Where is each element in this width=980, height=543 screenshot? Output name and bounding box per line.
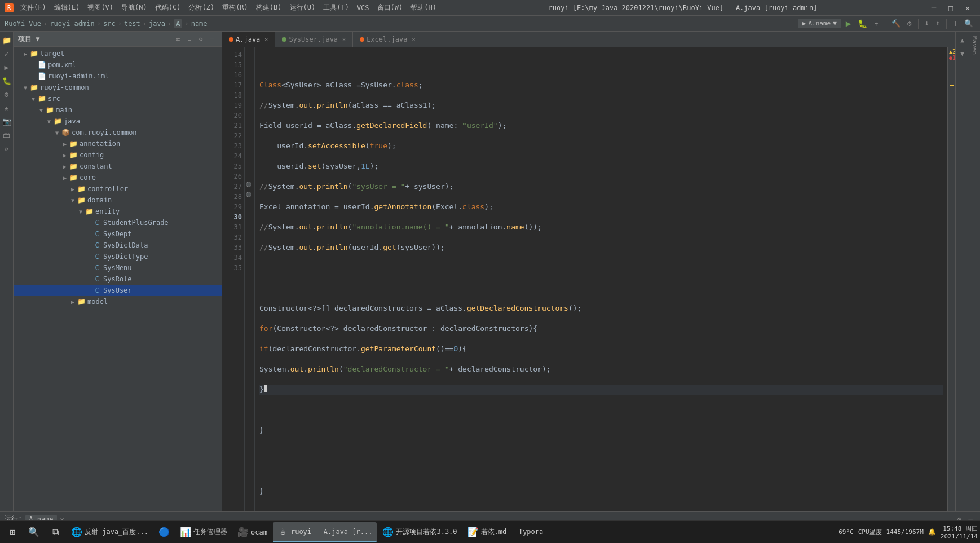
right-sidebar-scroll-down[interactable]: ▼ — [956, 47, 969, 60]
tree-item-pom[interactable]: ▶ 📄 pom.xml — [14, 59, 222, 70]
sidebar-camera-icon[interactable]: 📷 — [1, 115, 13, 127]
tree-arrow-ruoyi-common[interactable]: ▼ — [21, 85, 29, 91]
tree-arrow-src[interactable]: ▼ — [29, 96, 37, 102]
breadcrumb-ruoyi-admin[interactable]: ruoyi-admin — [50, 20, 94, 28]
vcs-push[interactable]: ⬆ — [933, 18, 942, 29]
minimize-button[interactable]: ─ — [926, 2, 942, 14]
tab-sysuser-java[interactable]: SysUser.java ✕ — [275, 32, 353, 47]
tree-item-controller[interactable]: ▶ 📁 controller — [14, 183, 222, 195]
sidebar-project-icon[interactable]: 📁 — [1, 34, 13, 46]
sidebar-database-icon[interactable]: 🗃 — [1, 129, 13, 141]
tree-arrow-target[interactable]: ▶ — [21, 51, 29, 57]
tree-item-sysdicttype[interactable]: ▶ C SysDictType — [14, 251, 222, 262]
tree-arrow-annotation[interactable]: ▶ — [61, 141, 69, 147]
tree-item-target[interactable]: ▶ 📁 target — [14, 48, 222, 59]
sidebar-favorites-icon[interactable]: ★ — [1, 101, 13, 114]
panel-collapse-icon[interactable]: ≡ — [184, 34, 195, 44]
panel-sync-icon[interactable]: ⇄ — [173, 34, 183, 44]
tree-item-model[interactable]: ▶ 📁 model — [14, 296, 222, 307]
taskbar-edge[interactable]: 🔵 — [154, 522, 174, 542]
menu-refactor[interactable]: 重构(R) — [219, 2, 251, 14]
maven-label[interactable]: Maven — [971, 36, 978, 55]
tree-item-core[interactable]: ▶ 📁 core — [14, 172, 222, 183]
memory-status[interactable]: 1445/1967M — [886, 528, 924, 536]
tab-close-excel[interactable]: ✕ — [412, 36, 415, 42]
menu-run[interactable]: 运行(U) — [286, 2, 319, 14]
menu-help[interactable]: 帮助(H) — [407, 2, 440, 14]
breadcrumb-ruoyi-vue[interactable]: RuoYi-Vue — [5, 20, 41, 28]
sidebar-debug-icon[interactable]: 🐛 — [1, 74, 13, 87]
menu-build[interactable]: 构建(B) — [253, 2, 285, 14]
cpu-label-status[interactable]: CPU温度 — [858, 528, 882, 536]
tree-arrow-constant[interactable]: ▶ — [61, 164, 69, 170]
tree-item-main[interactable]: ▼ 📁 main — [14, 104, 222, 116]
tree-item-entity[interactable]: ▼ 📁 entity — [14, 206, 222, 217]
gutter-icon-28[interactable] — [245, 189, 253, 200]
tree-item-sysrole[interactable]: ▶ C SysRole — [14, 273, 222, 285]
tree-item-java[interactable]: ▼ 📁 java — [14, 116, 222, 127]
taskbar-typora[interactable]: 📝 若依.md – Typora — [463, 522, 548, 542]
tree-arrow-config[interactable]: ▶ — [61, 152, 69, 158]
tab-a-java[interactable]: A.java ✕ — [222, 32, 275, 47]
sidebar-commit-icon[interactable]: ✓ — [1, 47, 13, 60]
more-button[interactable]: ⚙ — [905, 18, 914, 29]
tree-arrow-java[interactable]: ▼ — [45, 118, 53, 125]
menu-file[interactable]: 文件(F) — [17, 2, 50, 14]
tree-arrow-entity[interactable]: ▼ — [77, 209, 85, 215]
maximize-button[interactable]: □ — [943, 2, 959, 14]
breadcrumb-src[interactable]: src — [103, 20, 116, 28]
tree-item-config[interactable]: ▶ 📁 config — [14, 149, 222, 161]
tree-item-src[interactable]: ▼ 📁 src — [14, 93, 222, 104]
sidebar-structure-icon[interactable]: ⚙ — [1, 88, 13, 100]
panel-close-icon[interactable]: ─ — [207, 34, 217, 44]
breadcrumb-test[interactable]: test — [124, 20, 140, 28]
tab-close-a-java[interactable]: ✕ — [264, 36, 268, 42]
gutter-icon-27[interactable] — [245, 179, 253, 189]
panel-settings-icon[interactable]: ⚙ — [196, 34, 206, 44]
taskbar-taskmanager[interactable]: 📊 任务管理器 — [175, 522, 232, 542]
search-button[interactable]: 🔍 — [24, 522, 44, 542]
menu-window[interactable]: 窗口(W) — [374, 2, 407, 14]
tree-item-package[interactable]: ▼ 📦 com.ruoyi.common — [14, 127, 222, 138]
menu-vcs[interactable]: VCS — [354, 3, 373, 13]
debug-button[interactable]: 🐛 — [855, 18, 869, 29]
tree-arrow-controller[interactable]: ▶ — [69, 186, 77, 192]
tree-arrow-package[interactable]: ▼ — [53, 130, 61, 136]
translate-button[interactable]: T — [951, 18, 960, 29]
menu-tools[interactable]: 工具(T) — [320, 2, 352, 14]
menu-navigate[interactable]: 导航(N) — [118, 2, 151, 14]
tree-item-annotation[interactable]: ▶ 📁 annotation — [14, 138, 222, 149]
sidebar-run-icon[interactable]: ▶ — [1, 61, 13, 73]
taskview-button[interactable]: ⧉ — [45, 522, 65, 542]
start-button[interactable]: ⊞ — [2, 522, 23, 542]
close-button[interactable]: ✕ — [960, 2, 975, 14]
build-button[interactable]: 🔨 — [889, 18, 903, 29]
menu-analyze[interactable]: 分析(Z) — [185, 2, 218, 14]
breadcrumb-java[interactable]: java — [149, 20, 165, 28]
right-sidebar-scroll-up[interactable]: ▲ — [956, 34, 969, 46]
tree-item-sysdictdata[interactable]: ▶ C SysDictData — [14, 240, 222, 251]
tree-item-student[interactable]: ▶ C StudentPlusGrade — [14, 217, 222, 228]
notification-icon[interactable]: 🔔 — [928, 528, 936, 536]
code-content[interactable]: Class<SysUser> aClass = SysUser.class; /… — [255, 47, 947, 511]
taskbar-ruoyi-docs[interactable]: 🌐 开源项目若依3.3.0 — [378, 522, 461, 542]
tree-item-sysdept[interactable]: ▶ C SysDept — [14, 228, 222, 240]
taskbar-browser[interactable]: 🌐 反射 java_百度... — [67, 522, 153, 542]
breadcrumb-a[interactable]: A — [174, 19, 182, 28]
tree-arrow-model[interactable]: ▶ — [69, 299, 77, 305]
run-button[interactable]: ▶ — [844, 17, 854, 30]
tree-item-domain[interactable]: ▼ 📁 domain — [14, 195, 222, 206]
nav-pill[interactable]: ▶ A.name ▼ — [798, 19, 841, 28]
taskbar-ocam[interactable]: 🎥 ocam — [233, 522, 272, 542]
cpu-temp-status[interactable]: 69°C — [838, 528, 854, 536]
tab-close-sysuser[interactable]: ✕ — [342, 36, 346, 42]
tree-arrow-main[interactable]: ▼ — [37, 107, 45, 113]
menu-code[interactable]: 代码(C) — [152, 2, 184, 14]
taskbar-intellij[interactable]: ☕ ruoyi – A.java [r... — [273, 522, 377, 542]
tree-item-ruoyi-common[interactable]: ▼ 📁 ruoyi-common — [14, 82, 222, 93]
menu-edit[interactable]: 编辑(E) — [51, 2, 83, 14]
system-clock[interactable]: 15:48 周四 2021/11/14 — [941, 524, 978, 540]
tree-item-constant[interactable]: ▶ 📁 constant — [14, 161, 222, 172]
search-everywhere[interactable]: 🔍 — [962, 18, 975, 29]
tree-item-sysmenu[interactable]: ▶ C SysMenu — [14, 262, 222, 273]
